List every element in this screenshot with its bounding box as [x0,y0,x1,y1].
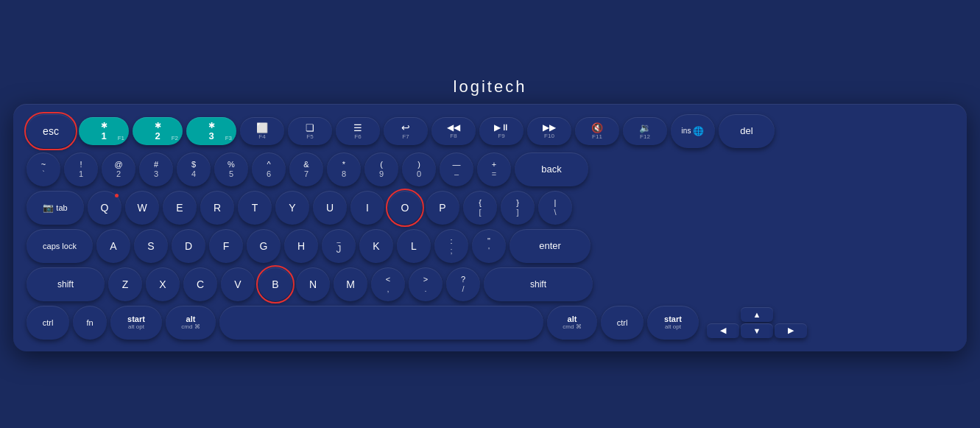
key-ins[interactable]: ins 🌐 [671,114,715,148]
key-x[interactable]: X [146,267,180,301]
key-s[interactable]: S [134,229,168,263]
key-equals[interactable]: += [477,152,511,186]
bluetooth-icon: ✱ [101,121,107,130]
key-caps-lock[interactable]: caps lock [27,229,93,263]
ins-label: ins [682,127,691,135]
key-minus[interactable]: —– [440,152,473,186]
rewind-icon: ◀◀ [447,122,460,133]
key-tab[interactable]: 📷 tab [27,191,84,225]
key-comma[interactable]: <, [371,267,405,301]
key-arrow-down[interactable]: ▼ [741,323,773,338]
del-label: del [740,125,752,136]
key-c[interactable]: C [183,267,217,301]
key-o[interactable]: O [388,191,422,225]
key-esc[interactable]: esc [27,114,75,148]
key-f9[interactable]: ▶⏸ F9 [479,117,524,145]
key-e[interactable]: E [163,191,197,225]
fn-label: F8 [450,133,456,139]
key-f12[interactable]: 🔉 F12 [623,117,667,145]
key-f2[interactable]: ✱ 2 F2 [133,117,183,145]
key-q[interactable]: Q [88,191,121,225]
key-y[interactable]: Y [275,191,309,225]
keyboard: esc ✱ 1 F1 ✱ 2 F2 ✱ 3 F3 ⬜ F4 ❏ F5 [13,104,967,351]
r-label: R [214,203,221,213]
key-period[interactable]: >. [409,267,443,301]
key-b[interactable]: B [258,267,292,301]
key-arrow-right[interactable]: ▶ [775,323,807,338]
key-2[interactable]: @2 [102,152,135,186]
key-back[interactable]: back [515,152,588,186]
home-row: caps lock A S D F G H _J K L :; "' enter [27,229,953,263]
key-enter[interactable]: enter [510,229,591,263]
key-n[interactable]: N [296,267,330,301]
key-6[interactable]: ^6 [252,152,286,186]
key-8[interactable]: *8 [327,152,361,186]
key-k[interactable]: K [359,229,393,263]
key-f[interactable]: F [209,229,243,263]
shift-label: shift [57,279,74,290]
key-arrow-left[interactable]: ◀ [707,323,739,338]
key-t[interactable]: T [238,191,272,225]
key-alt-left[interactable]: alt cmd ⌘ [166,306,216,340]
key-3[interactable]: #3 [139,152,173,186]
cmd-label: cmd ⌘ [181,323,200,330]
key-semicolon[interactable]: :; [434,229,468,263]
key-bracket-open[interactable]: {[ [463,191,497,225]
key-4[interactable]: $4 [177,152,211,186]
key-f8[interactable]: ◀◀ F8 [431,117,476,145]
key-d[interactable]: D [172,229,205,263]
key-start-right[interactable]: start alt opt [647,306,699,340]
fn-label: fn [86,318,93,327]
key-f4[interactable]: ⬜ F4 [240,117,284,145]
key-f11[interactable]: 🔇 F11 [575,117,619,145]
key-f5[interactable]: ❏ F5 [288,117,332,145]
key-f3[interactable]: ✱ 3 F3 [186,117,236,145]
key-w[interactable]: W [125,191,159,225]
key-fn[interactable]: fn [73,306,107,340]
key-backslash[interactable]: |\ [538,191,572,225]
key-0[interactable]: )0 [402,152,436,186]
key-i[interactable]: I [350,191,384,225]
t-label: T [252,203,258,213]
key-space[interactable] [219,306,543,340]
key-a[interactable]: A [96,229,130,263]
fn-label: F4 [258,133,265,140]
fn-label: F5 [306,133,313,140]
fn-label: F6 [354,133,361,140]
key-slash[interactable]: ?/ [446,267,480,301]
y-label: Y [289,203,295,213]
k-label: K [373,241,379,251]
enter-label: enter [539,240,561,251]
key-5[interactable]: %5 [214,152,248,186]
key-p[interactable]: P [426,191,459,225]
key-f10[interactable]: ▶▶ F10 [527,117,571,145]
key-ctrl-right[interactable]: ctrl [601,306,644,340]
key-f7[interactable]: ↩ F7 [384,117,428,145]
key-quote[interactable]: "' [472,229,506,263]
key-g[interactable]: G [247,229,281,263]
key-start-left[interactable]: start alt opt [110,306,162,340]
fn-label: F9 [498,133,504,139]
key-z[interactable]: Z [108,267,142,301]
key-alt-right[interactable]: alt cmd ⌘ [547,306,597,340]
key-shift-right[interactable]: shift [484,267,593,301]
key-f6[interactable]: ☰ F6 [336,117,380,145]
key-del[interactable]: del [719,114,775,148]
key-arrow-up[interactable]: ▲ [741,307,773,322]
key-9[interactable]: (9 [364,152,398,186]
key-7[interactable]: &7 [289,152,323,186]
key-shift-left[interactable]: shift [27,267,105,301]
key-tilde[interactable]: ~` [27,152,60,186]
key-r[interactable]: R [200,191,234,225]
key-bracket-close[interactable]: }] [501,191,535,225]
key-v[interactable]: V [221,267,255,301]
key-u[interactable]: U [313,191,347,225]
key-m[interactable]: M [334,267,367,301]
key-1[interactable]: !1 [64,152,98,186]
fn-label: F7 [402,133,409,140]
key-ctrl-left[interactable]: ctrl [27,306,69,340]
key-j[interactable]: _J [322,229,356,263]
key-f1[interactable]: ✱ 1 F1 [79,117,129,145]
key-l[interactable]: L [397,229,431,263]
key-h[interactable]: H [284,229,318,263]
